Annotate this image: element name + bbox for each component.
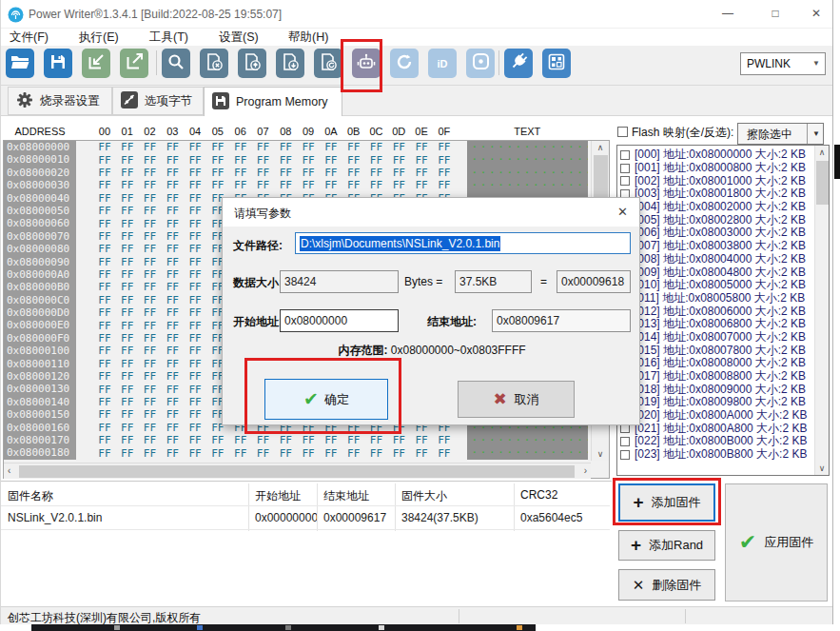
hex-byte-cell[interactable]: FF [139,422,162,434]
file-path-input[interactable]: D:\xlsjm\Documents\NSLink_V2.0.1.bin [295,232,631,254]
hex-byte-cell[interactable]: FF [320,179,342,191]
hex-byte-cell[interactable]: FF [387,154,410,167]
hex-byte-cell[interactable]: FF [139,370,162,383]
hex-byte-cell[interactable]: FF [387,167,410,179]
chevron-down-icon[interactable]: ▼ [812,129,820,138]
hex-byte-cell[interactable]: FF [387,179,410,191]
hex-byte-cell[interactable]: FF [229,447,252,460]
hex-byte-cell[interactable]: FF [342,179,365,191]
sector-checkbox[interactable] [620,164,630,173]
hex-byte-cell[interactable]: FF [93,384,116,396]
hex-byte-cell[interactable]: FF [297,179,320,191]
table-cell[interactable]: NSLink_V2.0.1.bin [8,511,102,524]
hex-byte-cell[interactable]: FF [161,422,184,434]
menu-item[interactable]: 工具(T) [149,30,188,46]
hex-byte-cell[interactable]: FF [184,179,206,191]
hex-byte-cell[interactable]: FF [161,154,184,167]
hex-byte-cell[interactable]: FF [184,422,206,434]
hex-byte-cell[interactable]: FF [229,434,252,446]
hex-byte-cell[interactable]: FF [365,434,388,446]
hex-byte-cell[interactable]: FF [410,167,433,179]
hex-byte-cell[interactable]: FF [116,384,139,396]
verify-chip-button[interactable] [314,49,342,78]
hex-byte-cell[interactable]: FF [252,447,275,460]
hex-byte-cell[interactable]: FF [161,192,184,205]
hex-byte-cell[interactable]: FF [229,179,252,191]
dialog-close-icon[interactable]: ✕ [617,205,628,219]
hex-byte-cell[interactable]: FF [161,447,184,460]
hex-byte-cell[interactable]: FF [184,294,206,306]
flash-select-all-checkbox[interactable] [617,127,628,137]
hex-byte-cell[interactable]: FF [161,396,184,408]
hex-byte-cell[interactable]: FF [93,358,116,370]
hex-byte-cell[interactable]: FF [161,434,184,446]
hex-byte-cell[interactable]: FF [93,345,116,357]
hex-byte-cell[interactable]: FF [139,332,162,345]
hex-byte-cell[interactable]: FF [161,281,184,293]
hex-byte-cell[interactable]: FF [161,294,184,306]
chip-settings-button[interactable] [542,49,571,78]
hex-byte-cell[interactable]: FF [410,141,433,153]
hex-byte-cell[interactable]: FF [93,396,116,408]
hex-byte-cell[interactable]: FF [116,447,139,460]
hex-byte-cell[interactable]: FF [184,141,206,153]
hex-byte-cell[interactable]: FF [433,154,456,167]
connect-button[interactable] [504,49,533,78]
hex-byte-cell[interactable]: FF [184,218,206,230]
hex-byte-cell[interactable]: FF [342,154,365,167]
hex-byte-cell[interactable]: FF [184,384,206,396]
data-size-input[interactable]: 38424 [280,270,399,293]
cancel-button[interactable]: ✖ 取消 [458,381,575,418]
hex-byte-cell[interactable]: FF [116,205,139,217]
scrollbar-thumb[interactable] [816,161,829,205]
hex-byte-cell[interactable]: FF [184,256,206,268]
hex-byte-cell[interactable]: FF [184,167,206,179]
delete-firmware-button[interactable]: ✕ 删除固件 [618,569,715,601]
hex-byte-cell[interactable]: FF [206,434,229,446]
hex-byte-cell[interactable]: FF [139,306,162,319]
hex-byte-cell[interactable]: FF [184,434,206,446]
hex-byte-cell[interactable]: FF [161,179,184,191]
hex-byte-cell[interactable]: FF [116,281,139,293]
hex-byte-cell[interactable]: FF [433,141,456,153]
hex-byte-cell[interactable]: FF [116,408,139,421]
table-cell[interactable]: 0xa5604ec5 [520,511,582,524]
hex-byte-cell[interactable]: FF [139,268,162,281]
hex-byte-cell[interactable]: FF [342,167,365,179]
scroll-down-icon[interactable]: ∨ [592,449,609,459]
hex-byte-cell[interactable]: FF [365,141,388,153]
hex-byte-cell[interactable]: FF [365,154,388,167]
hex-byte-cell[interactable]: FF [274,154,297,167]
hex-byte-cell[interactable]: FF [297,434,320,446]
hex-byte-cell[interactable]: FF [297,447,320,460]
hex-byte-cell[interactable]: FF [365,167,388,179]
hex-byte-cell[interactable]: FF [410,434,433,446]
hex-byte-cell[interactable]: FF [93,243,116,255]
hex-byte-cell[interactable]: FF [433,434,456,446]
tab-program-memory[interactable]: Program Memory [204,87,342,116]
hex-byte-cell[interactable]: FF [116,434,139,446]
hex-byte-cell[interactable]: FF [116,218,139,230]
hex-byte-cell[interactable]: FF [116,230,139,243]
hex-byte-cell[interactable]: FF [410,154,433,167]
hex-byte-cell[interactable]: FF [184,408,206,421]
hex-byte-cell[interactable]: FF [252,167,275,179]
menu-item[interactable]: 帮助(H) [288,30,328,46]
hex-byte-cell[interactable]: FF [184,345,206,357]
table-cell[interactable]: 38424(37.5KB) [401,511,479,524]
hex-byte-cell[interactable]: FF [365,447,388,460]
hex-byte-cell[interactable]: FF [184,243,206,255]
scroll-right-icon[interactable]: › [584,465,587,476]
flash-sector-list[interactable]: [000] 地址:0x08000000 大小:2 KB[001] 地址:0x08… [616,145,830,476]
hex-byte-cell[interactable]: FF [184,306,206,319]
hex-byte-cell[interactable]: FF [93,281,116,293]
save-file-button[interactable] [44,49,72,78]
hex-byte-cell[interactable]: FF [161,243,184,255]
hex-byte-cell[interactable]: FF [297,167,320,179]
hex-byte-cell[interactable]: FF [139,281,162,293]
hex-byte-cell[interactable]: FF [93,422,116,434]
hex-byte-cell[interactable]: FF [116,345,139,357]
menu-item[interactable]: 文件(F) [10,30,49,46]
hex-byte-cell[interactable]: FF [320,167,342,179]
device-select-dropdown[interactable]: PWLINK ▼ [740,52,826,75]
